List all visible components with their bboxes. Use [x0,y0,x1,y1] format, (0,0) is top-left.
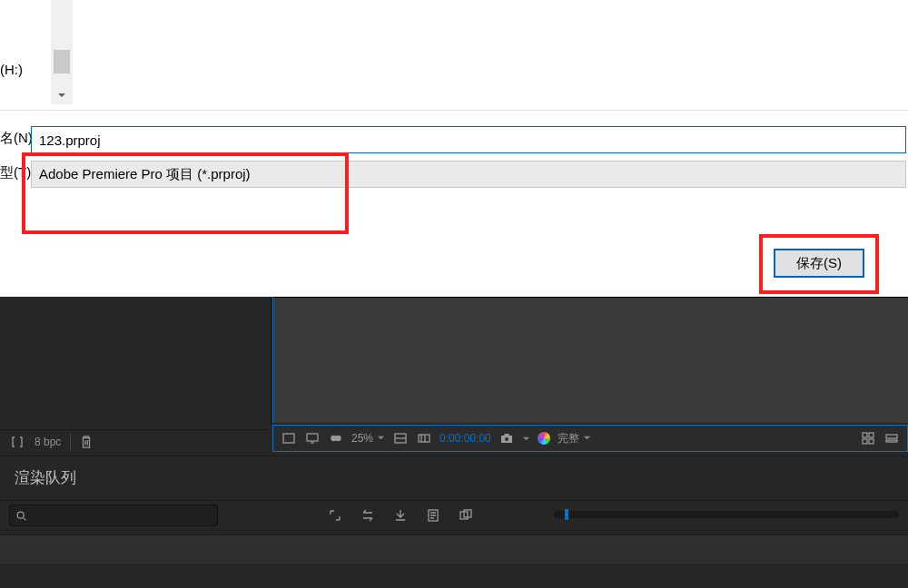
dialog-divider [0,110,908,111]
filename-row: 名(N): [0,127,908,152]
folder-pane: (H:) [0,0,908,111]
filetype-dropdown[interactable]: Adobe Premiere Pro 项目 (*.prproj) [31,161,906,188]
timecode-display[interactable]: 0:00:00:00 [439,432,491,445]
chevron-down-icon [583,432,591,445]
log-icon[interactable] [425,507,441,524]
queue-in-ame-icon[interactable] [458,507,474,524]
output-module-icon[interactable] [392,507,409,524]
divider [70,434,71,450]
render-queue-title: 渲染队列 [15,467,76,488]
quality-value: 完整 [558,431,579,446]
chevron-down-icon [377,432,385,445]
render-queue-panel: 渲染队列 [0,456,908,542]
project-panel-footer: 8 bpc [0,429,271,453]
chevron-down-icon[interactable] [522,432,530,446]
snapshot-icon[interactable] [498,430,515,446]
svg-rect-11 [886,435,897,438]
preview-panel-active-border [272,297,273,423]
project-panel [0,297,271,446]
timeline-icon[interactable] [883,430,900,446]
svg-rect-12 [886,440,897,442]
svg-point-13 [17,512,24,518]
filetype-label: 型(T): [0,164,35,181]
mask-icon[interactable] [328,430,344,446]
search-input[interactable] [9,505,218,526]
svg-rect-10 [869,439,873,444]
render-progress-marker[interactable] [565,509,568,520]
composition-flow-icon[interactable] [327,507,343,524]
svg-rect-5 [419,435,429,442]
zoom-value: 25% [351,432,373,445]
svg-point-6 [505,437,508,441]
svg-rect-1 [307,434,318,441]
svg-rect-7 [863,433,867,437]
bracket-icon[interactable] [9,434,25,450]
save-button-label: 保存(S) [796,255,842,270]
channel-icon[interactable] [392,430,409,446]
tool-icon-group [327,507,474,524]
svg-rect-0 [283,434,294,443]
preview-panel [272,297,908,423]
boundary-icon[interactable] [281,430,297,446]
filetype-row: 型(T): Adobe Premiere Pro 项目 (*.prproj) [0,162,908,187]
save-dialog: (H:) 名(N): 型(T): Adobe Premiere Pro 项目 (… [0,0,908,297]
drive-label: (H:) [0,62,23,77]
folder-scrollbar-down[interactable] [51,85,73,104]
filename-input[interactable] [31,126,906,153]
folder-scrollbar-thumb[interactable] [54,50,70,74]
filetype-value: Adobe Premiere Pro 项目 (*.prproj) [39,166,251,183]
svg-rect-8 [869,433,873,437]
render-progress-track [554,511,899,518]
svg-point-3 [335,436,340,441]
zoom-dropdown[interactable]: 25% [351,432,385,445]
editor-area: 8 bpc 25% 0:00:00:00 完整 渲染队列 [0,297,908,588]
render-settings-icon[interactable] [360,507,376,524]
grid-icon[interactable] [860,430,876,446]
status-bar [0,534,908,564]
preview-footer: 25% 0:00:00:00 完整 [272,425,908,452]
trash-icon[interactable] [80,435,93,449]
color-management-icon[interactable] [538,432,550,445]
monitor-icon[interactable] [304,430,321,446]
svg-rect-9 [863,439,867,444]
bpc-label: 8 bpc [35,436,61,448]
quality-dropdown[interactable]: 完整 [558,431,591,446]
save-button[interactable]: 保存(S) [774,249,864,278]
exposure-icon[interactable] [416,430,432,446]
